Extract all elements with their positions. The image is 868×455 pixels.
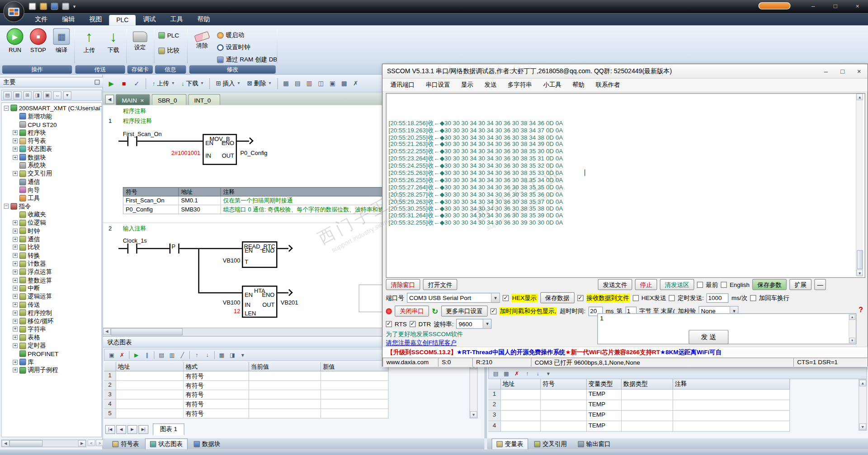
nav-prev-icon[interactable]: < [87, 440, 95, 446]
scroll-thumb[interactable] [857, 250, 863, 269]
tree-item[interactable]: 整数运算 [2, 276, 101, 284]
expand-box-icon[interactable] [13, 245, 18, 250]
status-chart-toolbar-icon[interactable]: ∥ [142, 350, 152, 360]
tree-item[interactable]: 计数器 [2, 260, 101, 268]
editor-toolbar-small-icon[interactable]: ▩ [339, 78, 349, 88]
column-header[interactable]: 新值 [321, 362, 388, 371]
open-file-button[interactable]: 打开文件 [423, 279, 458, 290]
tree-item[interactable]: 逻辑运算 [2, 292, 101, 300]
dtr-checkbox[interactable] [410, 321, 415, 327]
variable-toolbar-icon[interactable]: ▦ [501, 368, 511, 378]
clear-send-button[interactable]: 清发送区 [660, 279, 694, 290]
bottom-tab[interactable]: 变量表 [491, 438, 528, 450]
set-clock-button[interactable]: 设置时钟 [217, 43, 250, 52]
expand-box-icon[interactable] [4, 204, 9, 209]
tree-item[interactable]: PROFINET [2, 350, 101, 358]
bottom-tab[interactable]: 状态图表 [145, 438, 188, 450]
panel-toolbar-icon[interactable]: ⊞ [23, 91, 31, 99]
tree-item[interactable]: 中断 [2, 284, 101, 292]
expand-box-icon[interactable] [13, 269, 18, 274]
editor-toolbar-icon[interactable]: ■ [118, 78, 129, 89]
tree-item[interactable]: 符号表 [2, 137, 101, 145]
tree-item-root[interactable]: 200SMART_XMT (C:\Users\ai7 [2, 104, 101, 112]
stop-button[interactable]: 停止 [635, 279, 657, 290]
tree-item[interactable]: 程序块 [2, 129, 101, 137]
expand-box-icon[interactable] [13, 335, 18, 340]
variable-toolbar-icon[interactable]: ✗ [512, 368, 522, 378]
new-file-icon[interactable] [29, 3, 36, 10]
column-header[interactable]: 符号 [541, 379, 587, 389]
tree-item[interactable]: 向导 [2, 186, 101, 194]
tree-item[interactable]: 浮点运算 [2, 268, 101, 276]
status-chart-toolbar-icon[interactable] [214, 351, 215, 359]
sscom-banner[interactable]: 【升级到SSCOM5.13.2】★RT-Thread中国人的开源免费操作系统★新… [382, 347, 868, 358]
tree-item[interactable]: 时钟 [2, 227, 101, 235]
bottom-tab[interactable]: 交叉引用 [529, 438, 572, 450]
scroll-thumb[interactable] [9, 440, 42, 447]
scroll-down-icon[interactable]: ▼ [849, 338, 855, 343]
variable-toolbar-icon[interactable]: ↓ [533, 368, 542, 378]
editor-toolbar-small-icon[interactable]: ▥ [304, 78, 314, 88]
mov-b-box[interactable]: MOV_B EN ENO IN OUT [203, 134, 237, 165]
editor-tab[interactable]: MAIN× [116, 94, 150, 105]
warm-start-button[interactable]: 暖启动 [217, 31, 244, 39]
tree-item[interactable]: 转换 [2, 252, 101, 260]
tree-item[interactable]: 新增功能 [2, 112, 101, 120]
refresh-ports-icon[interactable]: ↻ [432, 307, 438, 316]
tree-item[interactable]: 收藏夹 [2, 211, 101, 219]
expand-box-icon[interactable] [13, 229, 18, 234]
tree-item[interactable]: CPU ST20 [2, 121, 101, 129]
status-chart-toolbar-icon[interactable]: ▾ [238, 350, 248, 360]
promo-link[interactable]: 请您注册嘉立创F结尾客户 [386, 339, 456, 347]
sscom-menu-item[interactable]: 发送 [479, 79, 502, 91]
editor-toolbar-icon[interactable]: ▶ [106, 78, 117, 89]
tree-item[interactable]: 调用子例程 [2, 366, 101, 374]
tree-item[interactable]: 通信 [2, 178, 101, 186]
download-toolbar-button[interactable]: ↓下载 [179, 79, 206, 88]
english-checkbox[interactable] [721, 281, 726, 287]
tree-item[interactable]: 字符串 [2, 325, 101, 333]
rts-checkbox[interactable] [386, 321, 392, 327]
sscom-menu-item[interactable]: 通讯端口 [385, 79, 420, 91]
variable-table-row[interactable]: 3 TEMP [488, 411, 790, 421]
sscom-maximize-button[interactable] [834, 64, 851, 78]
pin-icon[interactable] [94, 80, 99, 84]
scroll-down-icon[interactable]: ▼ [470, 411, 477, 418]
quick-access-caret-icon[interactable]: ▾ [73, 4, 76, 9]
panel-toolbar-icon[interactable]: ↔ [53, 91, 61, 99]
tab-scroll-left-icon[interactable]: ◀ [105, 94, 114, 104]
column-header[interactable]: 格式 [184, 362, 249, 371]
tree-item[interactable]: 传送 [2, 300, 101, 309]
status-chart-row[interactable]: 1 有符号 [104, 371, 388, 381]
stop-button[interactable]: STOP [27, 28, 50, 53]
tree-item[interactable]: 工具 [2, 194, 101, 202]
plc-info-button[interactable]: PLC [158, 32, 179, 39]
status-chart-toolbar-icon[interactable]: ▶ [132, 350, 141, 360]
sheet-nav-icon[interactable]: |◀ [105, 425, 115, 434]
nav-next-icon[interactable]: > [96, 440, 104, 446]
compile-button[interactable]: 编译 [50, 28, 73, 54]
minimize-button[interactable] [806, 2, 821, 10]
send-file-button[interactable]: 发送文件 [598, 279, 632, 290]
editor-tab[interactable]: SBR_0 [151, 94, 186, 105]
save-params-button[interactable]: 保存参数 [752, 279, 787, 290]
column-header[interactable]: 地址 [116, 362, 184, 371]
status-chart-toolbar-icon[interactable] [154, 351, 154, 359]
sheet-nav-icon[interactable]: ▶ [127, 425, 137, 434]
status-chart-toolbar-icon[interactable]: ✗ [118, 350, 127, 360]
baud-select[interactable]: 9600 [457, 319, 492, 329]
variable-table-row[interactable]: 2 TEMP [488, 400, 790, 411]
column-header[interactable]: 地址 [501, 379, 541, 389]
sscom-terminal[interactable]: [20:55:18.256]收←◆30 30 30 34 30 34 30 36… [386, 93, 865, 278]
status-chart-vscrollbar[interactable]: ▲ ▼ [469, 362, 477, 418]
variable-toolbar-icon[interactable]: ▾ [543, 368, 553, 378]
scroll-left-icon[interactable]: ◀ [2, 440, 9, 447]
status-chart-toolbar-icon[interactable]: ↑ [192, 350, 202, 360]
expand-box-icon[interactable] [13, 138, 18, 143]
delete-button[interactable]: ⊠删除 [244, 79, 274, 88]
expand-box-icon[interactable] [13, 237, 18, 242]
sscom-titlebar[interactable]: SSCOM V5.13.1 串口/网络数据调试器,作者:大虾丁丁,2618058… [382, 64, 868, 79]
chart-sheet-tab[interactable]: 图表 1 [153, 423, 184, 436]
tree-item[interactable]: 表格 [2, 333, 101, 342]
status-chart-toolbar-icon[interactable]: ↓ [203, 350, 212, 360]
